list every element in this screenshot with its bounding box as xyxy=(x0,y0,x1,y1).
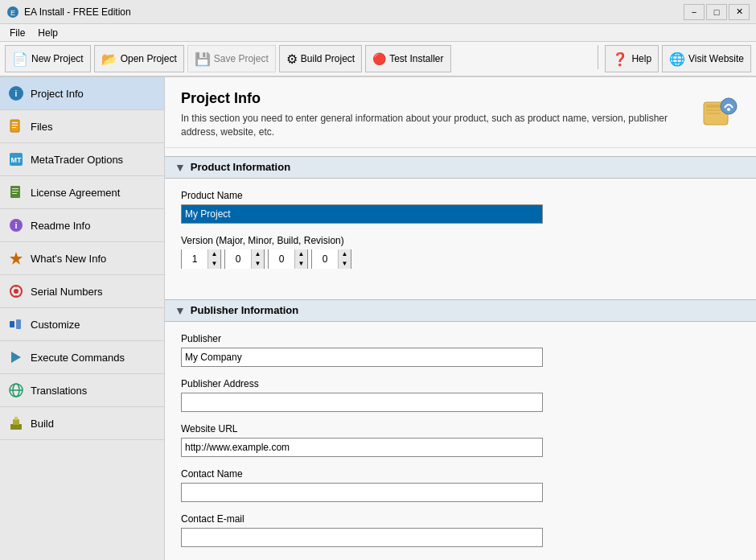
svg-text:i: i xyxy=(14,220,17,230)
maximize-button[interactable]: □ xyxy=(706,4,727,20)
publisher-section-header[interactable]: ▼ Publisher Information xyxy=(165,299,756,322)
new-project-icon: 📄 xyxy=(12,51,28,67)
sidebar-item-translations[interactable]: Translations xyxy=(0,374,164,407)
save-project-icon: 💾 xyxy=(195,51,211,67)
translations-icon xyxy=(8,382,24,398)
test-installer-icon: 🔴 xyxy=(372,52,386,65)
contact-email-input[interactable] xyxy=(181,528,543,547)
version-minor-down[interactable]: ▼ xyxy=(251,259,264,269)
sidebar-item-license[interactable]: License Agreement xyxy=(0,176,164,209)
files-icon xyxy=(8,118,24,134)
toolbar-separator xyxy=(598,45,598,69)
version-revision-down[interactable]: ▼ xyxy=(338,259,351,269)
new-project-button[interactable]: 📄 New Project xyxy=(5,45,91,72)
header-decorative-icon xyxy=(700,90,740,130)
sidebar-item-readme[interactable]: i Readme Info xyxy=(0,209,164,242)
test-installer-button[interactable]: 🔴 Test Installer xyxy=(365,45,450,72)
version-group: Version (Major, Minor, Build, Revision) … xyxy=(181,235,740,269)
svg-rect-5 xyxy=(12,122,18,123)
publisher-information-section: ▼ Publisher Information Publisher Publis… xyxy=(165,299,756,560)
svg-text:i: i xyxy=(15,89,18,98)
whatsnew-icon xyxy=(8,250,24,266)
build-project-button[interactable]: ⚙ Build Project xyxy=(279,45,362,72)
open-project-icon: 📂 xyxy=(101,51,117,67)
svg-rect-4 xyxy=(10,120,19,132)
content-header: Project Info In this section you need to… xyxy=(165,77,756,148)
visit-website-icon: 🌐 xyxy=(669,51,685,67)
help-label: Help xyxy=(631,53,651,64)
version-major-input[interactable] xyxy=(182,249,207,269)
build-icon xyxy=(8,415,24,431)
contact-email-group: Contact E-mail xyxy=(181,513,740,547)
publisher-address-input[interactable] xyxy=(181,393,543,412)
product-section-title: Product Information xyxy=(191,161,290,173)
minimize-button[interactable]: − xyxy=(684,4,705,20)
svg-rect-6 xyxy=(12,125,18,126)
sidebar-item-metatrader[interactable]: MT MetaTrader Options xyxy=(0,143,164,176)
product-section-header[interactable]: ▼ Product Information xyxy=(165,156,756,179)
version-build-up[interactable]: ▲ xyxy=(294,249,307,259)
test-installer-label: Test Installer xyxy=(389,53,443,64)
sidebar-label-project-info: Project Info xyxy=(31,88,84,100)
version-minor-wrap: ▲ ▼ xyxy=(224,249,265,269)
version-build-down[interactable]: ▼ xyxy=(294,259,307,269)
version-revision-input[interactable] xyxy=(312,249,338,269)
open-project-button[interactable]: 📂 Open Project xyxy=(94,45,184,72)
save-project-label: Save Project xyxy=(214,53,269,64)
app-icon: E xyxy=(6,6,19,19)
product-name-label: Product Name xyxy=(181,190,740,201)
execute-icon xyxy=(8,349,24,365)
sidebar-label-license: License Agreement xyxy=(31,187,120,199)
help-button[interactable]: ❓ Help xyxy=(605,45,659,72)
publisher-input[interactable] xyxy=(181,348,543,367)
menu-bar: File Help xyxy=(0,24,756,42)
version-major-down[interactable]: ▼ xyxy=(207,259,220,269)
serial-icon xyxy=(8,283,24,299)
website-url-input[interactable] xyxy=(181,438,543,457)
app-title: EA Install - FREE Edition xyxy=(24,6,131,18)
sidebar-label-execute: Execute Commands xyxy=(31,352,125,364)
title-bar: E EA Install - FREE Edition − □ ✕ xyxy=(0,0,756,24)
sidebar-item-execute[interactable]: Execute Commands xyxy=(0,341,164,374)
sidebar-item-whatsnew[interactable]: What's New Info xyxy=(0,242,164,275)
version-build-input[interactable] xyxy=(269,249,294,269)
menu-file[interactable]: File xyxy=(3,26,31,40)
version-revision-up[interactable]: ▲ xyxy=(338,249,351,259)
open-project-label: Open Project xyxy=(121,53,177,64)
product-name-group: Product Name xyxy=(181,190,740,224)
visit-website-label: Visit Website xyxy=(688,53,744,64)
sidebar-item-serial[interactable]: Serial Numbers xyxy=(0,275,164,308)
svg-point-34 xyxy=(721,98,737,114)
sidebar-item-project-info[interactable]: i Project Info xyxy=(0,77,164,110)
version-major-up[interactable]: ▲ xyxy=(207,249,220,259)
version-label: Version (Major, Minor, Build, Revision) xyxy=(181,235,740,246)
product-name-input[interactable] xyxy=(181,204,543,224)
publisher-section-title: Publisher Information xyxy=(191,304,298,316)
svg-text:E: E xyxy=(10,9,15,17)
build-project-label: Build Project xyxy=(301,53,355,64)
publisher-section-body: Publisher Publisher Address Website URL … xyxy=(165,322,756,560)
version-inputs: ▲ ▼ ▲ ▼ xyxy=(181,249,740,269)
help-icon: ❓ xyxy=(612,51,628,67)
svg-rect-13 xyxy=(12,193,17,194)
sidebar-item-build[interactable]: Build xyxy=(0,407,164,440)
license-icon xyxy=(8,184,24,200)
menu-help[interactable]: Help xyxy=(31,26,64,40)
version-minor-input[interactable] xyxy=(225,249,251,269)
svg-point-35 xyxy=(727,108,730,111)
sidebar-item-customize[interactable]: Customize xyxy=(0,308,164,341)
svg-marker-16 xyxy=(10,252,23,265)
contact-name-input[interactable] xyxy=(181,483,543,502)
metatrader-icon: MT xyxy=(8,151,24,167)
close-button[interactable]: ✕ xyxy=(729,4,750,20)
version-build-spinner: ▲ ▼ xyxy=(294,249,307,269)
sidebar-label-customize: Customize xyxy=(31,319,80,331)
publisher-label: Publisher xyxy=(181,333,740,344)
sidebar-label-files: Files xyxy=(31,121,52,133)
sidebar-label-readme: Readme Info xyxy=(31,220,90,232)
window-controls: − □ ✕ xyxy=(684,4,750,20)
svg-rect-21 xyxy=(10,321,14,327)
sidebar-item-files[interactable]: Files xyxy=(0,110,164,143)
visit-website-button[interactable]: 🌐 Visit Website xyxy=(662,45,751,72)
version-minor-up[interactable]: ▲ xyxy=(251,249,264,259)
